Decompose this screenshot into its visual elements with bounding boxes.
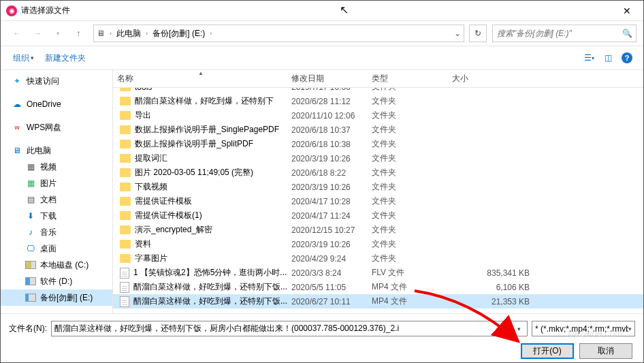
sidebar-desktop[interactable]: 🖵桌面 — [1, 240, 112, 257]
file-name: 数据上报操作说明手册_SplitPDF — [135, 138, 253, 150]
file-type: 文件夹 — [368, 253, 448, 264]
file-type: 文件夹 — [368, 195, 448, 207]
file-name: 醋溜白菜这样做，好吃到爆，还特别下饭... — [133, 281, 287, 293]
recent-dropdown: ▾ — [48, 24, 67, 43]
file-name: 需提供证件模板 — [135, 195, 192, 207]
pictures-icon: ▦ — [25, 178, 36, 189]
file-row[interactable]: 演示_encrypted_解密2020/12/15 10:27文件夹 — [113, 223, 643, 237]
file-type: 文件夹 — [368, 110, 448, 121]
file-pane: ▲ 名称 修改日期 类型 大小 tools2019/7/17 10:06文件夹醋… — [113, 70, 643, 314]
filename-input-wrap[interactable]: ▾ — [51, 321, 528, 336]
file-type: 文件夹 — [368, 238, 448, 250]
folder-icon — [120, 97, 131, 106]
sidebar-quickaccess[interactable]: ✦快速访问 — [1, 73, 112, 89]
chevron-right-icon[interactable]: › — [144, 30, 150, 37]
sidebar-drive-e[interactable]: 备份[勿删] (E:) — [1, 289, 112, 306]
file-date: 2020/6/18 8:22 — [287, 168, 368, 178]
file-icon — [120, 268, 129, 279]
sidebar-drive-d[interactable]: 软件 (D:) — [1, 273, 112, 289]
file-date: 2020/4/17 11:24 — [287, 211, 368, 221]
newfolder-button[interactable]: 新建文件夹 — [39, 50, 91, 67]
search-box[interactable]: 🔍 — [492, 25, 637, 42]
help-button[interactable]: ? — [619, 50, 635, 66]
filetype-filter[interactable]: * (*.mkv;*.mp4;*.rm;*.rmvb;*.f▾ — [532, 321, 635, 336]
close-button[interactable]: ✕ — [612, 1, 642, 20]
file-list[interactable]: tools2019/7/17 10:06文件夹醋溜白菜这样做，好吃到爆，还特别下… — [113, 88, 643, 314]
navbar: ← → ▾ ↑ 🖥 › 此电脑 › 备份[勿删] (E:) › ⌄ ↻ 🔍 — [1, 21, 643, 46]
search-input[interactable] — [493, 29, 618, 38]
file-row[interactable]: 需提供证件模板(1)2020/4/17 11:24文件夹 — [113, 208, 643, 223]
address-bar[interactable]: 🖥 › 此电脑 › 备份[勿删] (E:) › ⌄ — [93, 25, 464, 42]
up-button[interactable]: ↑ — [69, 24, 88, 43]
file-row[interactable]: 醋溜白菜这样做，好吃到爆，还特别下饭...2020/5/5 11:05MP4 文… — [113, 280, 643, 294]
folder-icon — [120, 154, 131, 163]
search-icon[interactable]: 🔍 — [618, 29, 636, 38]
folder-icon — [120, 125, 131, 134]
file-row[interactable]: 图片 2020-03-05 11;49;05 (完整)2020/6/18 8:2… — [113, 165, 643, 180]
view-options-button[interactable]: ☰▾ — [581, 50, 597, 66]
file-row[interactable]: 导出2020/11/10 12:06文件夹 — [113, 108, 643, 123]
file-type: 文件夹 — [368, 153, 448, 164]
chevron-right-icon[interactable]: › — [108, 30, 114, 37]
organize-button[interactable]: 组织▾ — [7, 50, 39, 67]
path-seg-drive[interactable]: 备份[勿删] (E:) — [150, 25, 208, 42]
file-type: 文件夹 — [368, 95, 448, 107]
sidebar-pictures[interactable]: ▦图片 — [1, 175, 112, 191]
file-row[interactable]: 资料2020/3/19 10:26文件夹 — [113, 237, 643, 251]
sidebar-thispc[interactable]: 🖥此电脑 — [1, 142, 112, 159]
file-name: 提取词汇 — [135, 153, 167, 164]
back-button: ← — [7, 24, 27, 43]
sidebar-documents[interactable]: ▤文档 — [1, 191, 112, 208]
folder-icon — [120, 88, 131, 91]
file-row[interactable]: 数据上报操作说明手册_SinglePagePDF2020/6/18 10:37文… — [113, 123, 643, 137]
file-date: 2020/3/19 10:26 — [287, 183, 368, 192]
filename-input[interactable] — [54, 324, 513, 334]
preview-pane-button[interactable]: ◫ — [600, 50, 616, 66]
file-icon — [120, 282, 129, 293]
sidebar-drive-c[interactable]: 本地磁盘 (C:) — [1, 257, 112, 273]
folder-icon — [120, 240, 131, 249]
sidebar-music[interactable]: ♪音乐 — [1, 224, 112, 240]
file-row[interactable]: 字幕图片2020/4/29 9:24文件夹 — [113, 251, 643, 266]
column-header[interactable]: ▲ 名称 修改日期 类型 大小 — [113, 70, 643, 88]
chevron-right-icon[interactable]: › — [208, 30, 214, 37]
file-row[interactable]: 1 【笑镇惊魂2】恐怖5分钟，逛街两小时...2020/3/3 8:24FLV … — [113, 266, 643, 280]
sidebar-wps[interactable]: WWPS网盘 — [1, 119, 112, 136]
file-row[interactable]: 下载视频2020/3/19 10:26文件夹 — [113, 180, 643, 194]
filename-dropdown[interactable]: ▾ — [513, 326, 524, 332]
file-type: 文件夹 — [368, 181, 448, 193]
file-name: 下载视频 — [135, 181, 167, 193]
file-row[interactable]: tools2019/7/17 10:06文件夹 — [113, 88, 643, 94]
folder-icon — [120, 211, 131, 220]
file-name: 演示_encrypted_解密 — [135, 224, 212, 236]
col-type[interactable]: 类型 — [368, 70, 448, 87]
file-date: 2020/4/29 9:24 — [287, 254, 368, 264]
pc-icon: 🖥 — [12, 145, 22, 156]
sidebar-downloads[interactable]: ⬇下载 — [1, 208, 112, 224]
file-size: 6,106 KB — [448, 283, 543, 292]
sidebar-onedrive[interactable]: ☁OneDrive — [1, 96, 112, 112]
path-seg-thispc[interactable]: 此电脑 — [114, 25, 144, 42]
col-date[interactable]: 修改日期 — [287, 70, 368, 87]
file-date: 2020/3/3 8:24 — [287, 268, 368, 278]
folder-icon — [120, 254, 131, 263]
sidebar-videos[interactable]: ▦视频 — [1, 159, 112, 175]
file-row[interactable]: 数据上报操作说明手册_SplitPDF2020/6/18 10:38文件夹 — [113, 137, 643, 151]
folder-icon — [120, 225, 131, 234]
drive-icon — [25, 292, 36, 303]
cancel-button[interactable]: 取消 — [579, 343, 632, 359]
file-row[interactable]: 需提供证件模板2020/4/17 10:28文件夹 — [113, 194, 643, 208]
file-type: 文件夹 — [368, 167, 448, 178]
col-size[interactable]: 大小 — [448, 70, 543, 87]
video-icon: ▦ — [25, 161, 36, 172]
open-button[interactable]: 打开(O) — [521, 343, 574, 359]
filename-label: 文件名(N): — [9, 323, 47, 334]
pc-icon[interactable]: 🖥 — [94, 25, 108, 42]
file-row[interactable]: 醋溜白菜这样做，好吃到爆，还特别下饭...2020/6/27 10:11MP4 … — [113, 294, 643, 309]
file-name: tools — [135, 88, 152, 92]
file-row[interactable]: 提取词汇2020/3/19 10:26文件夹 — [113, 151, 643, 165]
file-date: 2019/7/17 10:06 — [287, 88, 368, 92]
file-row[interactable]: 醋溜白菜这样做，好吃到爆，还特别下2020/6/28 11:12文件夹 — [113, 94, 643, 108]
refresh-button[interactable]: ↻ — [469, 25, 487, 42]
address-dropdown[interactable]: ⌄ — [450, 25, 464, 42]
